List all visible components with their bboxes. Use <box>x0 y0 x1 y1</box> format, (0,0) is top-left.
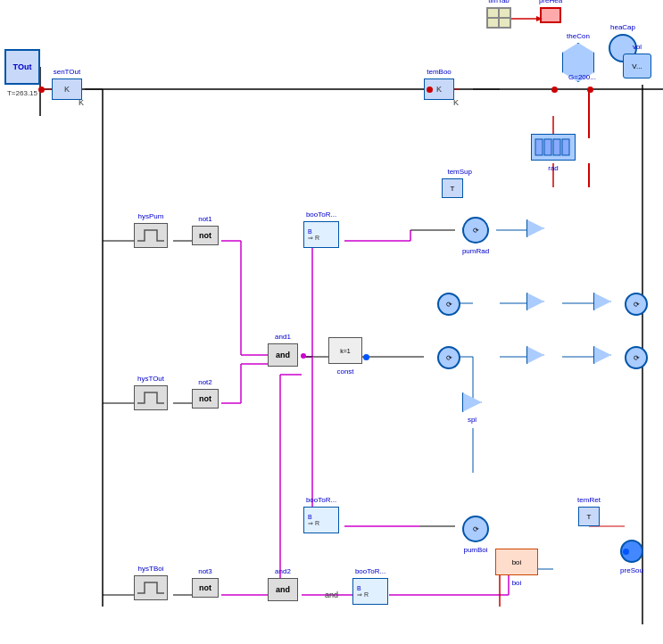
spl-component <box>462 392 482 412</box>
pump-right-4: ⟳ <box>625 346 648 369</box>
vol-block: vol V... <box>623 54 651 78</box>
temret-component: T <box>578 507 600 526</box>
valve2-block <box>593 293 611 310</box>
not1-label: not1 <box>198 215 212 223</box>
dot-const-out <box>363 354 369 360</box>
bootor1-component: B ⇒ R <box>303 221 339 248</box>
pump-right-2: ⟳ <box>625 293 648 316</box>
valve3-block <box>526 346 544 364</box>
bootor3-label: booToR... <box>355 567 385 575</box>
g200-label: G=200... <box>568 73 596 81</box>
valve-pumrad-component <box>526 219 544 237</box>
rad-block: rad <box>531 134 576 161</box>
valve4-component <box>593 346 611 364</box>
tout-component: TOut <box>4 49 40 85</box>
and-label-bottom: and <box>325 590 338 599</box>
const-block: const k=1 <box>328 337 362 364</box>
prehea-block: preHea <box>540 7 561 23</box>
svg-marker-58 <box>536 16 543 21</box>
temboo-label: temBoo <box>427 68 452 76</box>
boi-label: boi <box>512 579 522 587</box>
vol-component: V... <box>623 54 651 78</box>
heacap-label: heaCap <box>610 23 635 31</box>
dot-temboo <box>427 87 433 93</box>
tout-block: TOut T=263.15 <box>4 49 40 85</box>
hyspum-component <box>134 223 168 248</box>
const-component: k=1 <box>328 337 362 364</box>
bootor2-block: booToR... B ⇒ R <box>303 507 339 533</box>
spl-block: spl <box>462 392 482 412</box>
presou-label: preSou <box>620 566 643 574</box>
pump-right-2-component: ⟳ <box>625 293 648 316</box>
hystout-label: hysTOut <box>137 375 164 383</box>
valve4-block <box>593 346 611 364</box>
and1-block: and1 and <box>268 343 298 367</box>
temret-block: temRet T <box>578 507 600 526</box>
bootor3-block: booToR... B ⇒ R <box>352 578 388 605</box>
sentout-sensor: K <box>52 78 82 100</box>
dot-presou <box>623 549 629 555</box>
pumboi-component: ⟳ <box>462 516 489 542</box>
hystboi-label: hysTBoi <box>138 565 164 573</box>
svg-rect-60 <box>544 139 551 155</box>
svg-rect-62 <box>562 139 569 155</box>
pump-right-1: ⟳ <box>437 293 460 316</box>
tout-temp-label: T=263.15 <box>7 89 37 97</box>
sentout-label: senTOut <box>54 68 81 76</box>
bootor2-component: B ⇒ R <box>303 507 339 533</box>
sentout-block: senTOut K <box>52 78 82 100</box>
not2-block: not2 not <box>192 389 219 409</box>
and2-component: and <box>268 578 298 601</box>
dot-g200-top <box>587 87 593 93</box>
temsup-label: temSup <box>447 168 472 176</box>
pump-right-3: ⟳ <box>437 346 460 369</box>
rad-label: rad <box>548 164 559 172</box>
hystboi-component <box>134 575 168 600</box>
svg-rect-61 <box>553 139 560 155</box>
connection-lines <box>0 0 663 644</box>
hystout-svg <box>136 387 166 409</box>
timtab-component <box>486 7 511 29</box>
rad-svg <box>534 136 573 159</box>
not3-label: not3 <box>198 567 212 575</box>
not3-component: not <box>192 578 219 598</box>
not1-block: not1 not <box>192 226 219 245</box>
timtab-block: timTab <box>486 7 511 29</box>
temret-label: temRet <box>577 496 601 504</box>
valve-pumrad-block <box>526 219 544 237</box>
diagram: TOut T=263.15 senTOut K K temBoo K K tim… <box>0 0 663 644</box>
hystout-block: hysTOut <box>134 385 168 410</box>
prehea-component <box>540 7 561 23</box>
valve1-block <box>526 293 544 310</box>
bootor2-label: booToR... <box>306 496 336 504</box>
hyspum-block: hysPum <box>134 223 168 248</box>
svg-rect-59 <box>535 139 543 155</box>
temsup-component: T <box>442 178 463 198</box>
not2-label: not2 <box>198 378 212 386</box>
pump-right-1-component: ⟳ <box>437 293 460 316</box>
k-label-1: K <box>79 98 84 107</box>
bootor1-block: booToR... B ⇒ R <box>303 221 339 248</box>
k-label-2: K <box>453 98 459 107</box>
hyspum-label: hysPum <box>138 212 164 220</box>
not2-component: not <box>192 389 219 409</box>
hystout-component <box>134 385 168 410</box>
valve3-component <box>526 346 544 364</box>
pumboi-block: pumBoi ⟳ <box>462 516 489 542</box>
bootor1-label: booToR... <box>306 211 336 219</box>
spl-label: spl <box>468 416 477 424</box>
pumrad-component: ⟳ <box>462 217 489 244</box>
const-label: const <box>336 367 353 376</box>
hystboi-svg <box>136 577 166 599</box>
and2-block: and2 and <box>268 578 298 601</box>
thecon-label: theCon <box>567 32 590 40</box>
timtab-prehea-arrow <box>511 12 543 25</box>
pumrad-label: pumRad <box>462 247 489 255</box>
pumboi-label: pumBoi <box>463 546 487 554</box>
not1-component: not <box>192 226 219 245</box>
dot-sentout <box>38 87 45 93</box>
not3-block: not3 not <box>192 578 219 598</box>
pump-right-4-component: ⟳ <box>625 346 648 369</box>
and1-label: and1 <box>275 333 291 341</box>
and2-label: and2 <box>275 567 291 575</box>
